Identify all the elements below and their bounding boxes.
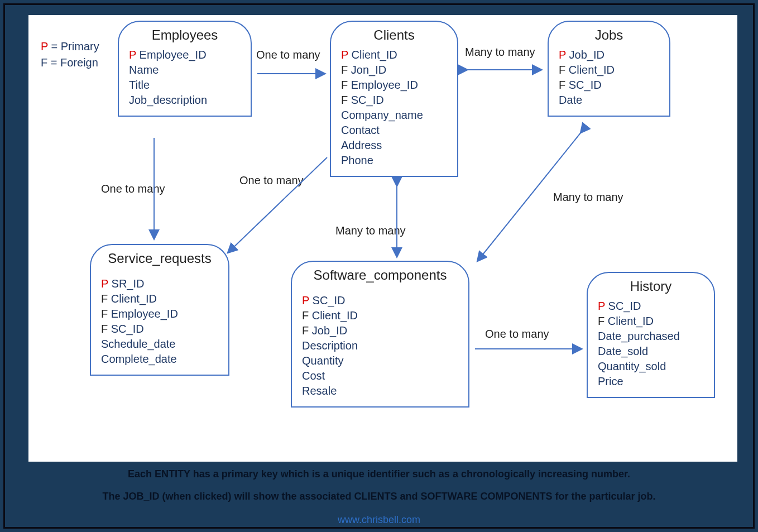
rel-emp-sr: One to many <box>101 183 165 195</box>
rel-clients-sr: One to many <box>239 174 304 187</box>
attr-name: Complete_date <box>101 353 177 365</box>
attr-line: F SC_ID <box>559 78 659 93</box>
attr-list: P Employee_IDNameTitleJob_description <box>129 47 241 108</box>
attr-name: Employee_ID <box>351 79 418 91</box>
attr-name: Address <box>341 139 382 151</box>
foreign-key-icon: F <box>341 79 351 91</box>
attr-line: F Employee_ID <box>341 78 447 93</box>
attr-line: P Job_ID <box>559 47 659 63</box>
entity-title: Employees <box>129 27 241 43</box>
attr-line: F Client_ID <box>598 314 704 329</box>
attr-name: Client_ID <box>312 309 358 322</box>
foreign-key-icon: F <box>341 64 351 76</box>
attr-name: Phone <box>341 154 373 166</box>
attr-line: Schedule_date <box>101 337 218 352</box>
attr-name: Cost <box>302 370 325 382</box>
attr-name: Date_sold <box>598 345 648 357</box>
primary-key-icon: P <box>341 49 352 61</box>
rel-emp-clients: One to many <box>256 49 320 61</box>
attr-list: P SR_IDF Client_IDF Employee_IDF SC_IDSc… <box>101 276 218 367</box>
foreign-key-icon: F <box>598 315 608 327</box>
legend-f-text: = Foreign <box>47 56 98 69</box>
attr-line: Company_name <box>341 108 447 123</box>
attr-name: Client_ID <box>111 293 157 305</box>
attr-list: P Client_IDF Jon_IDF Employee_IDF SC_IDC… <box>341 47 447 168</box>
attr-name: SC_ID <box>313 294 346 306</box>
attr-name: Client_ID <box>569 64 615 76</box>
entity-service-requests: Service_requests P SR_IDF Client_IDF Emp… <box>90 244 229 376</box>
attr-line: P SC_ID <box>302 293 458 308</box>
attr-name: Employee_ID <box>140 49 207 61</box>
attr-name: Client_ID <box>608 315 654 327</box>
attr-name: Client_ID <box>352 49 397 61</box>
entity-employees: Employees P Employee_IDNameTitleJob_desc… <box>118 21 252 117</box>
legend-f: F <box>41 56 47 69</box>
rel-clients-sc: Many to many <box>335 224 406 237</box>
entity-title: Service_requests <box>101 251 218 266</box>
attr-list: P SC_IDF Client_IDDate_purchasedDate_sol… <box>598 299 704 389</box>
attr-line: F Job_ID <box>302 323 458 338</box>
attr-name: SR_ID <box>112 277 145 290</box>
foreign-key-icon: F <box>101 293 111 305</box>
attr-name: SC_ID <box>351 94 384 106</box>
attr-name: Resale <box>302 385 337 397</box>
attr-name: Quantity <box>302 354 343 367</box>
attr-name: Job_ID <box>312 324 347 337</box>
attr-line: Contact <box>341 123 447 138</box>
attr-line: F Client_ID <box>302 308 458 323</box>
legend-p-text: = Primary <box>48 40 99 52</box>
foreign-key-icon: F <box>302 309 312 322</box>
attr-name: SC_ID <box>111 323 144 335</box>
attr-line: P SR_ID <box>101 276 218 291</box>
entity-title: Clients <box>341 27 447 43</box>
footer-link[interactable]: www.chrisbell.com <box>5 514 753 526</box>
attr-line: Price <box>598 374 704 389</box>
foreign-key-icon: F <box>101 308 111 320</box>
attr-name: Date_purchased <box>598 330 680 342</box>
attr-line: Date_sold <box>598 344 704 359</box>
rel-sc-history: One to many <box>485 328 549 341</box>
primary-key-icon: P <box>302 294 313 306</box>
attr-line: Phone <box>341 153 447 168</box>
attr-name: SC_ID <box>569 79 602 91</box>
attr-line: F SC_ID <box>341 93 447 108</box>
foreign-key-icon: F <box>302 324 312 337</box>
attr-line: P SC_ID <box>598 299 704 314</box>
attr-name: Schedule_date <box>101 338 175 350</box>
attr-name: Price <box>598 375 623 387</box>
primary-key-icon: P <box>559 49 569 61</box>
attr-line: Job_description <box>129 93 241 108</box>
entity-title: Jobs <box>559 27 659 43</box>
attr-name: Date <box>559 94 582 106</box>
attr-line: Cost <box>302 368 458 384</box>
legend-p: P <box>41 40 48 52</box>
entity-title: History <box>598 279 704 294</box>
attr-line: Description <box>302 338 458 353</box>
caption-line1: Each ENTITY has a primary key which is a… <box>5 468 753 480</box>
svg-line-3 <box>228 157 327 252</box>
foreign-key-icon: F <box>101 323 111 335</box>
attr-name: Contact <box>341 124 380 136</box>
primary-key-icon: P <box>598 300 608 312</box>
rel-clients-jobs: Many to many <box>465 46 535 59</box>
attr-line: F Client_ID <box>559 63 659 78</box>
attr-name: Jon_ID <box>351 64 386 76</box>
attr-line: P Employee_ID <box>129 47 241 63</box>
attr-line: Name <box>129 63 241 78</box>
attr-line: P Client_ID <box>341 47 447 63</box>
attr-line: F SC_ID <box>101 322 218 337</box>
attr-line: Title <box>129 78 241 93</box>
diagram-frame: P = Primary F = Foreign Employees P Empl… <box>3 3 755 529</box>
rel-jobs-sc: Many to many <box>553 191 623 204</box>
foreign-key-icon: F <box>559 64 569 76</box>
attr-line: Resale <box>302 384 458 399</box>
primary-key-icon: P <box>101 277 112 290</box>
attr-name: Job_description <box>129 94 207 106</box>
attr-line: Date_purchased <box>598 329 704 344</box>
entity-jobs: Jobs P Job_IDF Client_IDF SC_IDDate <box>548 21 670 117</box>
attr-line: F Jon_ID <box>341 63 447 78</box>
attr-list: P SC_IDF Client_IDF Job_IDDescriptionQua… <box>302 293 458 399</box>
attr-line: Date <box>559 93 659 108</box>
attr-line: F Employee_ID <box>101 306 218 322</box>
entity-title: Software_components <box>302 267 458 283</box>
